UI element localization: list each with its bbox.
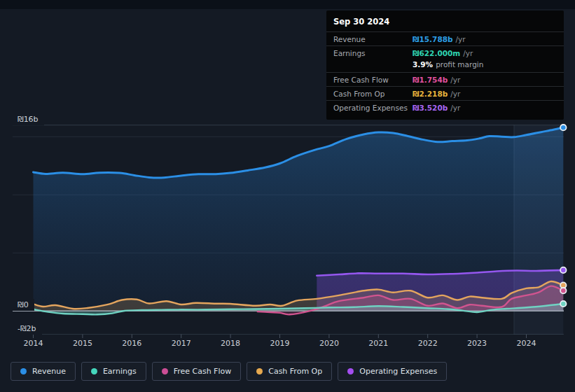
cashop-legend-dot-icon	[256, 368, 263, 374]
x-axis-label-2023: 2023	[467, 339, 487, 348]
legend-item-earnings[interactable]: Earnings	[81, 362, 146, 381]
revenue-endpoint-dot	[560, 125, 566, 130]
legend-item-cashop[interactable]: Cash From Op	[247, 362, 332, 381]
tooltip-value: ₪2.218b	[413, 90, 448, 98]
opex-endpoint-dot	[560, 267, 566, 273]
x-axis-label-2015: 2015	[73, 339, 92, 348]
earnings-endpoint-dot	[560, 301, 566, 307]
legend-item-opex[interactable]: Operating Expenses	[338, 362, 447, 381]
data-tooltip: Sep 30 2024 Revenue₪15.788b/yrEarnings₪6…	[326, 10, 564, 120]
tooltip-suffix: /yr	[456, 35, 466, 43]
tooltip-value: ₪15.788b	[413, 35, 453, 43]
fcf-endpoint-dot	[560, 288, 566, 293]
tooltip-profit-margin: 3.9%profit margin	[326, 59, 564, 72]
tooltip-value: ₪622.000m	[413, 49, 460, 57]
tooltip-suffix: /yr	[450, 90, 460, 98]
tooltip-label: Revenue	[333, 35, 413, 43]
x-axis-label-2021: 2021	[368, 339, 388, 348]
tooltip-label: Operating Expenses	[333, 104, 413, 112]
profit-margin-pct: 3.9%	[413, 60, 433, 69]
tooltip-row-free-cash-flow: Free Cash Flow₪1.754b/yr	[326, 72, 564, 86]
legend-label: Operating Expenses	[359, 367, 437, 376]
x-axis-label-2019: 2019	[270, 339, 290, 348]
y-axis-label-0: ₪0	[13, 299, 34, 311]
tooltip-suffix: /yr	[463, 49, 473, 57]
recent-period-band	[514, 125, 563, 335]
fcf-legend-dot-icon	[162, 368, 168, 374]
profit-margin-text: profit margin	[436, 60, 483, 69]
x-axis-label-2017: 2017	[172, 339, 191, 348]
tooltip-row-earnings: Earnings₪622.000m/yr	[326, 46, 564, 59]
x-axis-label-2014: 2014	[24, 339, 43, 348]
revenue-legend-dot-icon	[20, 368, 27, 374]
tooltip-date: Sep 30 2024	[326, 10, 564, 31]
legend-label: Free Cash Flow	[174, 367, 232, 376]
tooltip-label: Free Cash Flow	[333, 76, 413, 84]
tooltip-value: ₪3.520b	[413, 104, 448, 112]
legend-label: Revenue	[32, 367, 66, 376]
chart-legend: RevenueEarningsFree Cash FlowCash From O…	[11, 362, 447, 381]
y-axis-label-16: ₪16b	[13, 113, 44, 125]
x-axis-label-2016: 2016	[122, 339, 141, 348]
legend-item-fcf[interactable]: Free Cash Flow	[152, 362, 242, 381]
financial-chart-page: ₪16b₪0-₪2b 20142015201620172018201920202…	[0, 0, 575, 392]
tooltip-label: Cash From Op	[333, 90, 413, 98]
tooltip-row-operating-expenses: Operating Expenses₪3.520b/yr	[326, 100, 564, 114]
earnings-legend-dot-icon	[91, 368, 97, 374]
tooltip-label: Earnings	[333, 49, 413, 57]
legend-item-revenue[interactable]: Revenue	[11, 362, 76, 381]
x-axis-label-2024: 2024	[517, 339, 536, 348]
tooltip-value: ₪1.754b	[413, 76, 448, 84]
legend-label: Earnings	[103, 367, 137, 376]
x-axis-label-2022: 2022	[418, 339, 438, 348]
tooltip-suffix: /yr	[450, 76, 460, 84]
tooltip-row-cash-from-op: Cash From Op₪2.218b/yr	[326, 86, 564, 100]
y-axis-label--2: -₪2b	[13, 323, 42, 335]
tooltip-suffix: /yr	[450, 104, 460, 112]
x-axis-label-2020: 2020	[319, 339, 339, 348]
x-axis-label-2018: 2018	[221, 339, 240, 348]
opex-legend-dot-icon	[347, 368, 354, 374]
legend-label: Cash From Op	[268, 367, 322, 376]
tooltip-row-revenue: Revenue₪15.788b/yr	[326, 31, 564, 46]
